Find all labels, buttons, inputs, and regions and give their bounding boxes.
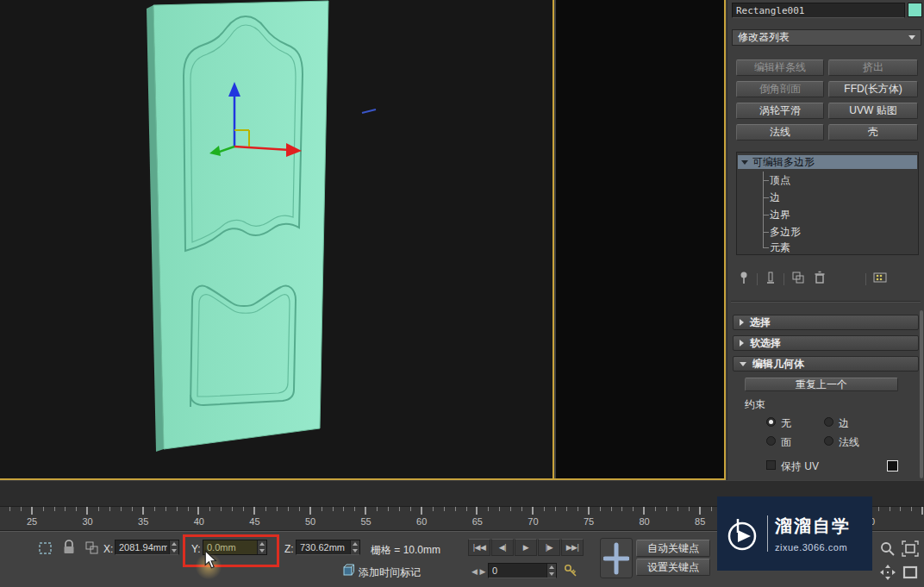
rollout-edit-geometry-label: 编辑几何体 — [752, 357, 804, 372]
set-key-button[interactable]: 设置关键点 — [636, 559, 710, 576]
frame-nudge-control[interactable]: ◀ ▶ — [471, 567, 485, 576]
viewport-right-border — [724, 0, 726, 479]
constraint-normal-label: 法线 — [839, 435, 859, 450]
show-end-result-icon[interactable] — [765, 271, 777, 288]
3dsmax-window: 修改器列表 编辑样条线 挤出 倒角剖面 FFD(长方体) 涡轮平滑 UVW 贴图… — [0, 0, 924, 587]
command-panel: 修改器列表 编辑样条线 挤出 倒角剖面 FFD(长方体) 涡轮平滑 UVW 贴图… — [727, 0, 924, 480]
previous-frame-button[interactable]: ◀| — [491, 539, 514, 556]
extrude-button[interactable]: 挤出 — [828, 59, 918, 76]
constraints-label: 约束 — [745, 397, 765, 412]
x-spinner[interactable] — [169, 540, 178, 554]
preserve-uv-settings-button[interactable] — [887, 460, 898, 471]
next-frame-button[interactable]: |▶ — [538, 539, 560, 556]
tick-label: 80 — [639, 516, 649, 527]
panel-divider — [731, 301, 921, 303]
stack-item-border[interactable]: 边界 — [770, 209, 790, 222]
absolute-offset-mode-icon[interactable] — [84, 540, 100, 559]
constraint-face-radio[interactable] — [766, 436, 776, 446]
click-highlight-glow — [195, 553, 222, 580]
z-spinner[interactable] — [350, 540, 359, 554]
frame-spinner[interactable] — [546, 564, 556, 578]
active-viewport[interactable] — [0, 0, 554, 479]
tick-label: 70 — [528, 516, 538, 527]
pin-stack-icon[interactable] — [738, 271, 750, 288]
viewport-zoom-icon[interactable] — [877, 539, 898, 558]
go-to-start-button[interactable]: |◀◀ — [468, 539, 490, 556]
stack-toolbar — [738, 271, 919, 288]
preserve-uv-label: 保持 UV — [781, 459, 819, 474]
object-color-swatch[interactable] — [908, 3, 922, 17]
stack-item-element[interactable]: 元素 — [770, 241, 790, 254]
chevron-right-icon — [740, 340, 744, 347]
ffd-box-button[interactable]: FFD(长方体) — [828, 81, 918, 97]
watermark-title: 溜溜自学 — [775, 515, 851, 538]
modifier-button-grid: 编辑样条线 挤出 倒角剖面 FFD(长方体) 涡轮平滑 UVW 贴图 法线 壳 — [736, 59, 918, 141]
configure-modifier-sets-icon[interactable] — [873, 272, 887, 287]
set-keys-icon — [603, 542, 629, 575]
door-panel-model[interactable] — [147, 1, 328, 452]
viewport-pan-icon[interactable] — [877, 563, 898, 582]
turbosmooth-button[interactable]: 涡轮平滑 — [736, 103, 824, 119]
tick-label: 85 — [695, 516, 705, 527]
selection-lock-icon[interactable] — [62, 540, 76, 559]
y-spinner[interactable] — [257, 540, 266, 554]
modifier-list-dropdown[interactable]: 修改器列表 — [732, 29, 921, 46]
watermark-divider — [767, 515, 768, 552]
make-unique-icon[interactable] — [791, 271, 805, 288]
modifier-stack: 可编辑多边形 顶点 边 边界 多边形 元素 — [736, 152, 919, 255]
chevron-down-icon — [740, 362, 746, 366]
bevel-profile-button[interactable]: 倒角剖面 — [736, 81, 824, 97]
selection-region-icon[interactable] — [38, 540, 53, 559]
chevron-right-icon — [740, 319, 744, 326]
stack-item-polygon[interactable]: 多边形 — [770, 226, 801, 239]
toolbar-separator — [784, 273, 784, 285]
constraint-none-label: 无 — [781, 416, 791, 431]
uvw-map-button[interactable]: UVW 贴图 — [828, 103, 918, 119]
constraint-edge-label: 边 — [839, 416, 849, 431]
preserve-uv-checkbox[interactable] — [766, 460, 776, 470]
rollout-selection[interactable]: 选择 — [733, 315, 919, 330]
tick-label: 30 — [82, 516, 92, 527]
rollout-edit-geometry[interactable]: 编辑几何体 — [733, 356, 919, 372]
stack-tree-line — [763, 172, 764, 247]
shell-button[interactable]: 壳 — [828, 124, 918, 141]
viewport-divider-line — [553, 0, 554, 479]
stack-root-label: 可编辑多边形 — [752, 155, 815, 170]
chevron-down-icon — [908, 35, 915, 40]
viewport-zoom-extents-icon[interactable] — [900, 539, 921, 558]
stack-item-vertex[interactable]: 顶点 — [770, 174, 790, 187]
toolbar-separator — [865, 273, 866, 285]
viewport-maximize-toggle-icon[interactable] — [900, 563, 921, 582]
rollout-soft-selection-label: 软选择 — [750, 336, 781, 351]
stack-item-edge[interactable]: 边 — [770, 191, 780, 204]
set-keys-button[interactable] — [600, 538, 633, 578]
time-tag-icon — [342, 564, 355, 580]
tick-label: 45 — [249, 516, 259, 527]
stack-item-editable-poly[interactable]: 可编辑多边形 — [738, 155, 917, 169]
rollout-soft-selection[interactable]: 软选择 — [733, 335, 919, 351]
remove-modifier-icon[interactable] — [814, 271, 826, 288]
secondary-viewport[interactable] — [556, 0, 725, 479]
constraint-edge-radio[interactable] — [824, 417, 833, 427]
tick-label: 25 — [27, 516, 37, 527]
stack-expand-icon — [741, 160, 748, 165]
repeat-last-button[interactable]: 重复上一个 — [745, 378, 898, 391]
constraint-none-radio[interactable] — [766, 417, 776, 427]
panel-scrollbar[interactable] — [920, 310, 923, 478]
watermark-url: zixue.3066.com — [775, 542, 851, 553]
tick-label: 60 — [416, 516, 427, 527]
go-to-end-button[interactable]: ▶▶| — [561, 539, 584, 556]
key-mode-toggle-icon[interactable] — [563, 563, 578, 582]
toolbar-separator — [757, 273, 758, 285]
auto-key-button[interactable]: 自动关键点 — [636, 540, 710, 557]
normals-button[interactable]: 法线 — [736, 124, 824, 141]
y-label: Y: — [191, 543, 201, 555]
tick-label: 50 — [305, 516, 315, 527]
viewport-bottom-border — [0, 478, 726, 480]
add-time-tag[interactable]: 添加时间标记 — [359, 565, 421, 580]
constraint-normal-radio[interactable] — [824, 436, 833, 446]
edit-spline-button[interactable]: 编辑样条线 — [736, 59, 824, 76]
play-button[interactable]: ▶ — [515, 539, 537, 556]
object-name-field[interactable] — [732, 3, 905, 18]
modifier-list-label: 修改器列表 — [738, 30, 790, 45]
